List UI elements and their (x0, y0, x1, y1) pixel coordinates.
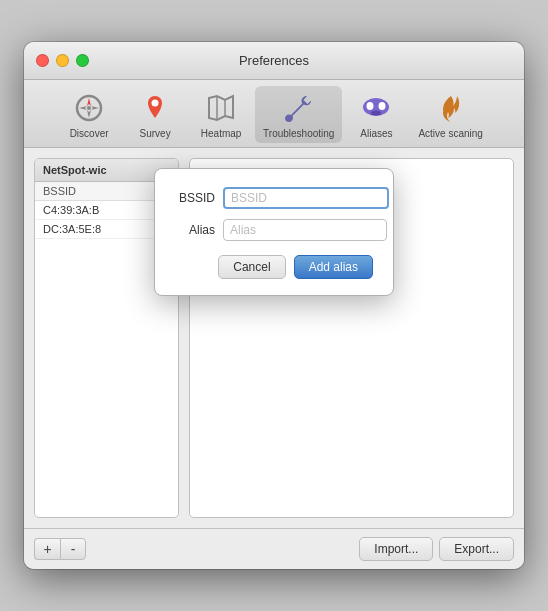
import-button[interactable]: Import... (359, 537, 433, 561)
bssid-label: BSSID (175, 191, 215, 205)
remove-button[interactable]: - (60, 538, 86, 560)
map-icon (203, 90, 239, 126)
add-alias-dialog: BSSID Alias Cancel Add alias (154, 168, 394, 296)
active-scanning-label: Active scaning (418, 128, 482, 139)
alias-row: Alias (175, 219, 373, 241)
cancel-button[interactable]: Cancel (218, 255, 285, 279)
bssid-input[interactable] (223, 187, 389, 209)
titlebar: Preferences (24, 42, 524, 80)
wrench-icon (281, 90, 317, 126)
troubleshooting-label: Troubleshooting (263, 128, 334, 139)
close-button[interactable] (36, 54, 49, 67)
bssid-row: BSSID (175, 187, 373, 209)
add-button[interactable]: + (34, 538, 60, 560)
alias-label: Alias (175, 223, 215, 237)
import-export-controls: Import... Export... (359, 537, 514, 561)
dialog-buttons: Cancel Add alias (175, 255, 373, 279)
toolbar-item-active-scanning[interactable]: Active scaning (410, 86, 490, 143)
mask-icon (358, 90, 394, 126)
add-remove-controls: + - (34, 538, 86, 560)
main-content: NetSpot-wic BSSID C4:39:3A:B DC:3A:5E:8 … (24, 148, 524, 528)
svg-point-6 (152, 100, 159, 107)
minimize-button[interactable] (56, 54, 69, 67)
toolbar-item-discover[interactable]: Discover (57, 86, 121, 143)
svg-point-12 (379, 102, 386, 110)
add-alias-button[interactable]: Add alias (294, 255, 373, 279)
toolbar: Discover Survey Heatmap (24, 80, 524, 148)
flame-icon (433, 90, 469, 126)
svg-marker-7 (209, 96, 233, 120)
svg-marker-3 (87, 110, 91, 118)
preferences-window: Preferences Discover (24, 42, 524, 569)
svg-point-13 (371, 111, 381, 116)
toolbar-item-aliases[interactable]: Aliases (344, 86, 408, 143)
svg-marker-5 (91, 106, 99, 110)
maximize-button[interactable] (76, 54, 89, 67)
bottom-bar: + - Import... Export... (24, 528, 524, 569)
toolbar-item-troubleshooting[interactable]: Troubleshooting (255, 86, 342, 143)
pin-icon (137, 90, 173, 126)
heatmap-label: Heatmap (201, 128, 242, 139)
compass-icon (71, 90, 107, 126)
svg-point-11 (367, 102, 374, 110)
discover-label: Discover (70, 128, 109, 139)
export-button[interactable]: Export... (439, 537, 514, 561)
alias-input[interactable] (223, 219, 387, 241)
svg-marker-2 (87, 98, 91, 106)
aliases-label: Aliases (360, 128, 392, 139)
window-controls (36, 54, 89, 67)
survey-label: Survey (140, 128, 171, 139)
dialog-overlay: BSSID Alias Cancel Add alias (24, 148, 524, 528)
toolbar-item-heatmap[interactable]: Heatmap (189, 86, 253, 143)
toolbar-item-survey[interactable]: Survey (123, 86, 187, 143)
svg-point-1 (87, 106, 91, 110)
window-title: Preferences (239, 53, 309, 68)
svg-marker-4 (79, 106, 87, 110)
